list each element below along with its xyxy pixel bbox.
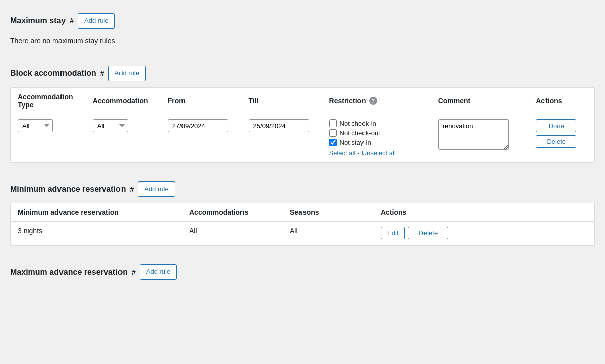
accommodation-type-cell: All [11, 114, 86, 162]
restriction-links: Select all - Unselect all [329, 149, 424, 157]
min-advance-add-rule-button[interactable]: Add rule [138, 181, 175, 197]
min-advance-header: Minimum advance reservation # Add rule [10, 181, 595, 197]
done-button[interactable]: Done [536, 119, 576, 132]
comment-cell: renovation [431, 114, 529, 162]
restriction-info-icon[interactable]: ? [369, 97, 377, 105]
maximum-stay-hash: # [70, 17, 74, 25]
min-adv-value-cell: 3 nights [11, 222, 182, 245]
min-adv-edit-button[interactable]: Edit [381, 227, 405, 239]
not-check-out-text: Not check-out [340, 129, 380, 137]
page-wrapper: Maximum stay # Add rule There are no max… [0, 0, 605, 364]
maximum-stay-header: Maximum stay # Add rule [10, 13, 595, 29]
not-check-in-text: Not check-in [340, 119, 376, 127]
th-accommodation: Accommodation [86, 88, 161, 114]
block-accommodation-hash: # [100, 69, 104, 77]
th-seasons: Seasons [283, 203, 374, 222]
not-stay-in-text: Not stay-in [340, 139, 371, 146]
from-date-input[interactable] [168, 119, 228, 132]
till-date-input[interactable] [249, 119, 309, 132]
min-adv-seasons-cell: All [283, 222, 374, 245]
block-accommodation-table: Accommodation Type Accommodation From Ti… [11, 88, 594, 162]
maximum-stay-no-rules: There are no maximum stay rules. [10, 35, 595, 47]
max-advance-hash: # [132, 268, 136, 276]
accommodation-select[interactable]: All [93, 119, 128, 132]
not-check-out-checkbox[interactable] [329, 129, 337, 137]
th-actions: Actions [529, 88, 594, 114]
block-accommodation-table-container: Accommodation Type Accommodation From Ti… [10, 87, 595, 163]
min-adv-accommodations-cell: All [182, 222, 283, 245]
min-adv-delete-button[interactable]: Delete [408, 227, 448, 239]
block-accommodation-header: Block accommodation # Add rule [10, 66, 595, 81]
not-check-out-label[interactable]: Not check-out [329, 129, 424, 137]
min-advance-header-row: Minimum advance reservation Accommodatio… [11, 203, 594, 222]
block-accommodation-actions: Done Delete [536, 119, 587, 148]
not-check-in-label[interactable]: Not check-in [329, 119, 424, 127]
max-advance-header: Maximum advance reservation # Add rule [10, 264, 595, 280]
restriction-options: Not check-in Not check-out Not stay-in [329, 119, 424, 157]
block-accommodation-row: All All [11, 114, 594, 162]
min-adv-actions-cell: Edit Delete [374, 222, 594, 245]
not-check-in-checkbox[interactable] [329, 119, 337, 127]
select-all-link[interactable]: Select all [329, 149, 356, 157]
min-adv-actions: Edit Delete [381, 227, 587, 239]
min-advance-section: Minimum advance reservation # Add rule M… [0, 173, 605, 257]
unselect-all-link[interactable]: Unselect all [362, 149, 396, 157]
min-advance-table: Minimum advance reservation Accommodatio… [11, 203, 594, 245]
maximum-stay-title: Maximum stay [10, 16, 66, 25]
th-from: From [161, 88, 241, 114]
block-accommodation-header-row: Accommodation Type Accommodation From Ti… [11, 88, 594, 114]
block-accommodation-add-rule-button[interactable]: Add rule [108, 66, 146, 81]
min-advance-table-container: Minimum advance reservation Accommodatio… [10, 203, 595, 246]
accommodation-cell: All [86, 114, 161, 162]
restriction-separator: - [357, 149, 359, 157]
maximum-stay-add-rule-button[interactable]: Add rule [78, 13, 115, 29]
delete-button[interactable]: Delete [536, 135, 576, 148]
th-actions2: Actions [374, 203, 594, 222]
max-advance-title: Maximum advance reservation [10, 268, 128, 277]
th-restriction: Restriction ? [322, 88, 431, 114]
th-accommodation-type: Accommodation Type [11, 88, 86, 114]
comment-textarea[interactable]: renovation [438, 119, 509, 150]
max-advance-add-rule-button[interactable]: Add rule [140, 264, 177, 280]
min-advance-hash: # [130, 185, 134, 193]
th-till: Till [241, 88, 322, 114]
th-min-adv-reservation: Minimum advance reservation [11, 203, 182, 222]
min-advance-row: 3 nights All All Edit Delete [11, 222, 594, 245]
restriction-cell: Not check-in Not check-out Not stay-in [322, 114, 431, 162]
maximum-stay-section: Maximum stay # Add rule There are no max… [0, 5, 605, 57]
not-stay-in-label[interactable]: Not stay-in [329, 139, 424, 146]
block-accommodation-title: Block accommodation [10, 69, 96, 78]
min-advance-title: Minimum advance reservation [10, 185, 126, 194]
accommodation-type-select[interactable]: All [18, 119, 53, 132]
from-cell [161, 114, 241, 162]
max-advance-section: Maximum advance reservation # Add rule [0, 256, 605, 296]
th-accommodations: Accommodations [182, 203, 283, 222]
th-comment: Comment [431, 88, 529, 114]
actions-cell: Done Delete [529, 114, 594, 162]
till-cell [241, 114, 322, 162]
block-accommodation-section: Block accommodation # Add rule Accommoda… [0, 57, 605, 173]
not-stay-in-checkbox[interactable] [329, 139, 337, 146]
